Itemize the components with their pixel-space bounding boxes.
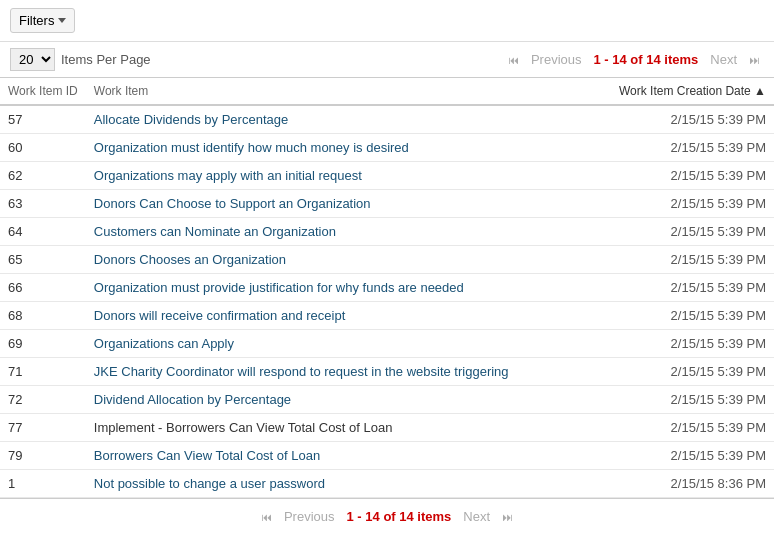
previous-button-top[interactable]: Previous	[527, 50, 586, 69]
table-row: 1Not possible to change a user password2…	[0, 470, 774, 498]
row-id: 68	[0, 302, 86, 330]
row-item: Dividend Allocation by Percentage	[86, 386, 611, 414]
row-date: 2/15/15 5:39 PM	[611, 358, 774, 386]
pagination-top-bar: 10 20 50 100 Items Per Page ⏮ Previous 1…	[0, 42, 774, 78]
per-page-label: Items Per Page	[61, 52, 151, 67]
filters-arrow-icon	[58, 18, 66, 23]
work-item-link[interactable]: Organization must provide justification …	[94, 280, 464, 295]
table-row: 79Borrowers Can View Total Cost of Loan2…	[0, 442, 774, 470]
work-item-link[interactable]: Donors will receive confirmation and rec…	[94, 308, 345, 323]
row-id: 69	[0, 330, 86, 358]
row-id: 79	[0, 442, 86, 470]
next-button-top[interactable]: Next	[706, 50, 741, 69]
row-date: 2/15/15 5:39 PM	[611, 302, 774, 330]
filters-button[interactable]: Filters	[10, 8, 75, 33]
work-item-link[interactable]: Not possible to change a user password	[94, 476, 325, 491]
filters-label: Filters	[19, 13, 54, 28]
row-date: 2/15/15 5:39 PM	[611, 274, 774, 302]
table-body: 57Allocate Dividends by Percentage2/15/1…	[0, 105, 774, 498]
table-row: 66Organization must provide justificatio…	[0, 274, 774, 302]
work-item-link[interactable]: Organizations can Apply	[94, 336, 234, 351]
table-row: 62Organizations may apply with an initia…	[0, 162, 774, 190]
work-item-link[interactable]: Organizations may apply with an initial …	[94, 168, 362, 183]
page-info-top: 1 - 14 of 14 items	[593, 52, 698, 67]
first-page-button[interactable]: ⏮	[504, 52, 523, 68]
row-date: 2/15/15 5:39 PM	[611, 386, 774, 414]
row-id: 57	[0, 105, 86, 134]
row-id: 60	[0, 134, 86, 162]
work-item-link[interactable]: Customers can Nominate an Organization	[94, 224, 336, 239]
row-date: 2/15/15 5:39 PM	[611, 414, 774, 442]
row-item: Organization must provide justification …	[86, 274, 611, 302]
top-pagination-controls: ⏮ Previous 1 - 14 of 14 items Next ⏭	[504, 50, 764, 69]
row-date: 2/15/15 5:39 PM	[611, 134, 774, 162]
row-id: 63	[0, 190, 86, 218]
col-header-date[interactable]: Work Item Creation Date ▲	[611, 78, 774, 105]
page-info-bottom: 1 - 14 of 14 items	[347, 509, 452, 524]
row-item: Allocate Dividends by Percentage	[86, 105, 611, 134]
work-item-link[interactable]: Dividend Allocation by Percentage	[94, 392, 291, 407]
table-row: 60Organization must identify how much mo…	[0, 134, 774, 162]
work-item-link[interactable]: Donors Chooses an Organization	[94, 252, 286, 267]
work-item-link[interactable]: Borrowers Can View Total Cost of Loan	[94, 448, 320, 463]
row-date: 2/15/15 5:39 PM	[611, 246, 774, 274]
row-item: Organizations can Apply	[86, 330, 611, 358]
table-row: 69Organizations can Apply2/15/15 5:39 PM	[0, 330, 774, 358]
row-id: 64	[0, 218, 86, 246]
row-item: Donors Can Choose to Support an Organiza…	[86, 190, 611, 218]
row-item: Borrowers Can View Total Cost of Loan	[86, 442, 611, 470]
table-row: 77Implement - Borrowers Can View Total C…	[0, 414, 774, 442]
col-header-item: Work Item	[86, 78, 611, 105]
row-date: 2/15/15 5:39 PM	[611, 442, 774, 470]
row-id: 62	[0, 162, 86, 190]
filters-bar: Filters	[0, 0, 774, 42]
row-date: 2/15/15 8:36 PM	[611, 470, 774, 498]
per-page-select[interactable]: 10 20 50 100	[10, 48, 55, 71]
table-row: 63Donors Can Choose to Support an Organi…	[0, 190, 774, 218]
last-page-button-bottom[interactable]: ⏭	[498, 509, 517, 525]
row-date: 2/15/15 5:39 PM	[611, 162, 774, 190]
row-date: 2/15/15 5:39 PM	[611, 218, 774, 246]
table-row: 71JKE Charity Coordinator will respond t…	[0, 358, 774, 386]
row-date: 2/15/15 5:39 PM	[611, 190, 774, 218]
table-row: 65Donors Chooses an Organization2/15/15 …	[0, 246, 774, 274]
row-item: Donors Chooses an Organization	[86, 246, 611, 274]
work-item-text: Implement - Borrowers Can View Total Cos…	[94, 420, 393, 435]
row-date: 2/15/15 5:39 PM	[611, 105, 774, 134]
table-row: 68Donors will receive confirmation and r…	[0, 302, 774, 330]
row-item: Not possible to change a user password	[86, 470, 611, 498]
row-id: 77	[0, 414, 86, 442]
table-row: 64Customers can Nominate an Organization…	[0, 218, 774, 246]
row-date: 2/15/15 5:39 PM	[611, 330, 774, 358]
previous-button-bottom[interactable]: Previous	[280, 507, 339, 526]
row-id: 66	[0, 274, 86, 302]
work-item-link[interactable]: Donors Can Choose to Support an Organiza…	[94, 196, 371, 211]
row-item: Donors will receive confirmation and rec…	[86, 302, 611, 330]
work-item-link[interactable]: Allocate Dividends by Percentage	[94, 112, 288, 127]
row-item: Customers can Nominate an Organization	[86, 218, 611, 246]
work-items-table: Work Item ID Work Item Work Item Creatio…	[0, 78, 774, 498]
work-item-link[interactable]: JKE Charity Coordinator will respond to …	[94, 364, 509, 379]
row-item: Implement - Borrowers Can View Total Cos…	[86, 414, 611, 442]
row-id: 1	[0, 470, 86, 498]
next-button-bottom[interactable]: Next	[459, 507, 494, 526]
row-id: 71	[0, 358, 86, 386]
col-header-id: Work Item ID	[0, 78, 86, 105]
row-id: 65	[0, 246, 86, 274]
first-page-button-bottom[interactable]: ⏮	[257, 509, 276, 525]
row-id: 72	[0, 386, 86, 414]
table-header: Work Item ID Work Item Work Item Creatio…	[0, 78, 774, 105]
row-item: JKE Charity Coordinator will respond to …	[86, 358, 611, 386]
last-page-button[interactable]: ⏭	[745, 52, 764, 68]
table-row: 57Allocate Dividends by Percentage2/15/1…	[0, 105, 774, 134]
bottom-pagination-controls: ⏮ Previous 1 - 14 of 14 items Next ⏭	[257, 507, 517, 526]
row-item: Organization must identify how much mone…	[86, 134, 611, 162]
pagination-bottom-bar: ⏮ Previous 1 - 14 of 14 items Next ⏭	[0, 498, 774, 534]
table-row: 72Dividend Allocation by Percentage2/15/…	[0, 386, 774, 414]
row-item: Organizations may apply with an initial …	[86, 162, 611, 190]
work-item-link[interactable]: Organization must identify how much mone…	[94, 140, 409, 155]
